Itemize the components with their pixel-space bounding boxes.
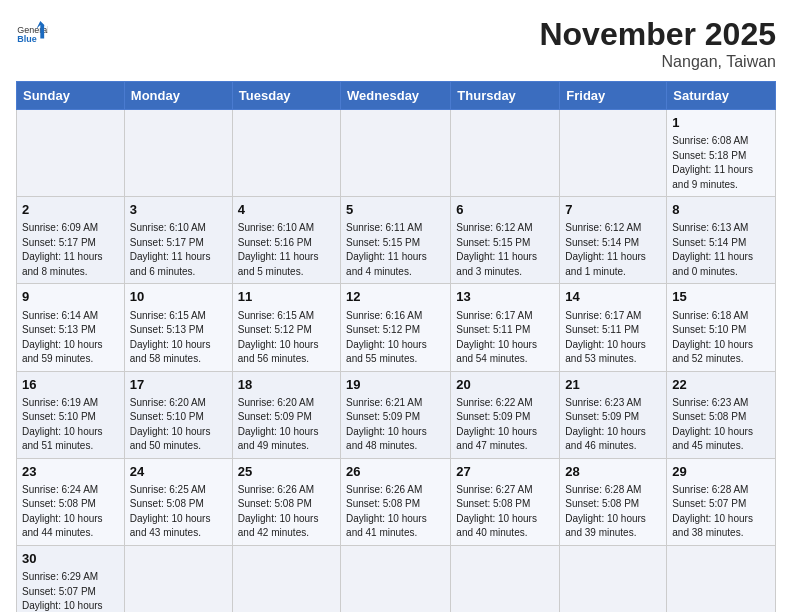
calendar-cell: 12Sunrise: 6:16 AM Sunset: 5:12 PM Dayli…: [341, 284, 451, 371]
day-number: 26: [346, 463, 445, 481]
calendar-cell: 28Sunrise: 6:28 AM Sunset: 5:08 PM Dayli…: [560, 458, 667, 545]
day-number: 17: [130, 376, 227, 394]
day-number: 19: [346, 376, 445, 394]
calendar-cell: [667, 545, 776, 612]
weekday-header-wednesday: Wednesday: [341, 82, 451, 110]
calendar-cell: 9Sunrise: 6:14 AM Sunset: 5:13 PM Daylig…: [17, 284, 125, 371]
calendar-cell: 23Sunrise: 6:24 AM Sunset: 5:08 PM Dayli…: [17, 458, 125, 545]
calendar-week-4: 16Sunrise: 6:19 AM Sunset: 5:10 PM Dayli…: [17, 371, 776, 458]
day-info: Sunrise: 6:15 AM Sunset: 5:12 PM Dayligh…: [238, 309, 335, 367]
calendar-cell: 5Sunrise: 6:11 AM Sunset: 5:15 PM Daylig…: [341, 197, 451, 284]
calendar-cell: 22Sunrise: 6:23 AM Sunset: 5:08 PM Dayli…: [667, 371, 776, 458]
day-number: 10: [130, 288, 227, 306]
calendar-week-6: 30Sunrise: 6:29 AM Sunset: 5:07 PM Dayli…: [17, 545, 776, 612]
calendar-cell: [232, 110, 340, 197]
day-number: 18: [238, 376, 335, 394]
calendar-cell: [451, 545, 560, 612]
calendar-subtitle: Nangan, Taiwan: [539, 53, 776, 71]
day-info: Sunrise: 6:11 AM Sunset: 5:15 PM Dayligh…: [346, 221, 445, 279]
logo: General Blue: [16, 16, 48, 48]
day-info: Sunrise: 6:15 AM Sunset: 5:13 PM Dayligh…: [130, 309, 227, 367]
weekday-header-row: SundayMondayTuesdayWednesdayThursdayFrid…: [17, 82, 776, 110]
calendar-cell: 6Sunrise: 6:12 AM Sunset: 5:15 PM Daylig…: [451, 197, 560, 284]
calendar-cell: 24Sunrise: 6:25 AM Sunset: 5:08 PM Dayli…: [124, 458, 232, 545]
day-number: 6: [456, 201, 554, 219]
calendar-cell: 13Sunrise: 6:17 AM Sunset: 5:11 PM Dayli…: [451, 284, 560, 371]
day-info: Sunrise: 6:23 AM Sunset: 5:09 PM Dayligh…: [565, 396, 661, 454]
day-info: Sunrise: 6:16 AM Sunset: 5:12 PM Dayligh…: [346, 309, 445, 367]
day-info: Sunrise: 6:12 AM Sunset: 5:15 PM Dayligh…: [456, 221, 554, 279]
calendar-table: SundayMondayTuesdayWednesdayThursdayFrid…: [16, 81, 776, 612]
calendar-cell: 19Sunrise: 6:21 AM Sunset: 5:09 PM Dayli…: [341, 371, 451, 458]
day-info: Sunrise: 6:28 AM Sunset: 5:07 PM Dayligh…: [672, 483, 770, 541]
calendar-week-3: 9Sunrise: 6:14 AM Sunset: 5:13 PM Daylig…: [17, 284, 776, 371]
day-info: Sunrise: 6:27 AM Sunset: 5:08 PM Dayligh…: [456, 483, 554, 541]
calendar-cell: 4Sunrise: 6:10 AM Sunset: 5:16 PM Daylig…: [232, 197, 340, 284]
day-number: 14: [565, 288, 661, 306]
weekday-header-friday: Friday: [560, 82, 667, 110]
day-info: Sunrise: 6:08 AM Sunset: 5:18 PM Dayligh…: [672, 134, 770, 192]
day-number: 12: [346, 288, 445, 306]
calendar-cell: 16Sunrise: 6:19 AM Sunset: 5:10 PM Dayli…: [17, 371, 125, 458]
day-number: 5: [346, 201, 445, 219]
calendar-title: November 2025: [539, 16, 776, 53]
calendar-cell: 21Sunrise: 6:23 AM Sunset: 5:09 PM Dayli…: [560, 371, 667, 458]
day-number: 2: [22, 201, 119, 219]
weekday-header-saturday: Saturday: [667, 82, 776, 110]
day-number: 11: [238, 288, 335, 306]
day-info: Sunrise: 6:18 AM Sunset: 5:10 PM Dayligh…: [672, 309, 770, 367]
day-number: 25: [238, 463, 335, 481]
day-info: Sunrise: 6:21 AM Sunset: 5:09 PM Dayligh…: [346, 396, 445, 454]
day-number: 8: [672, 201, 770, 219]
calendar-cell: 30Sunrise: 6:29 AM Sunset: 5:07 PM Dayli…: [17, 545, 125, 612]
calendar-cell: [341, 110, 451, 197]
calendar-cell: [560, 545, 667, 612]
day-number: 24: [130, 463, 227, 481]
calendar-cell: 14Sunrise: 6:17 AM Sunset: 5:11 PM Dayli…: [560, 284, 667, 371]
day-info: Sunrise: 6:24 AM Sunset: 5:08 PM Dayligh…: [22, 483, 119, 541]
day-info: Sunrise: 6:10 AM Sunset: 5:17 PM Dayligh…: [130, 221, 227, 279]
calendar-cell: [124, 545, 232, 612]
day-info: Sunrise: 6:23 AM Sunset: 5:08 PM Dayligh…: [672, 396, 770, 454]
day-number: 16: [22, 376, 119, 394]
day-number: 30: [22, 550, 119, 568]
day-info: Sunrise: 6:12 AM Sunset: 5:14 PM Dayligh…: [565, 221, 661, 279]
day-info: Sunrise: 6:13 AM Sunset: 5:14 PM Dayligh…: [672, 221, 770, 279]
day-number: 21: [565, 376, 661, 394]
day-info: Sunrise: 6:29 AM Sunset: 5:07 PM Dayligh…: [22, 570, 119, 612]
day-info: Sunrise: 6:28 AM Sunset: 5:08 PM Dayligh…: [565, 483, 661, 541]
page-header: General Blue November 2025 Nangan, Taiwa…: [16, 16, 776, 71]
calendar-cell: [17, 110, 125, 197]
day-number: 20: [456, 376, 554, 394]
calendar-week-5: 23Sunrise: 6:24 AM Sunset: 5:08 PM Dayli…: [17, 458, 776, 545]
calendar-cell: [124, 110, 232, 197]
calendar-cell: [232, 545, 340, 612]
weekday-header-tuesday: Tuesday: [232, 82, 340, 110]
weekday-header-sunday: Sunday: [17, 82, 125, 110]
day-info: Sunrise: 6:17 AM Sunset: 5:11 PM Dayligh…: [456, 309, 554, 367]
day-info: Sunrise: 6:26 AM Sunset: 5:08 PM Dayligh…: [346, 483, 445, 541]
calendar-cell: [451, 110, 560, 197]
calendar-cell: 8Sunrise: 6:13 AM Sunset: 5:14 PM Daylig…: [667, 197, 776, 284]
calendar-cell: 18Sunrise: 6:20 AM Sunset: 5:09 PM Dayli…: [232, 371, 340, 458]
calendar-week-1: 1Sunrise: 6:08 AM Sunset: 5:18 PM Daylig…: [17, 110, 776, 197]
day-number: 7: [565, 201, 661, 219]
day-number: 22: [672, 376, 770, 394]
calendar-week-2: 2Sunrise: 6:09 AM Sunset: 5:17 PM Daylig…: [17, 197, 776, 284]
calendar-cell: 7Sunrise: 6:12 AM Sunset: 5:14 PM Daylig…: [560, 197, 667, 284]
day-info: Sunrise: 6:25 AM Sunset: 5:08 PM Dayligh…: [130, 483, 227, 541]
day-number: 23: [22, 463, 119, 481]
calendar-cell: 17Sunrise: 6:20 AM Sunset: 5:10 PM Dayli…: [124, 371, 232, 458]
calendar-cell: 29Sunrise: 6:28 AM Sunset: 5:07 PM Dayli…: [667, 458, 776, 545]
calendar-cell: 10Sunrise: 6:15 AM Sunset: 5:13 PM Dayli…: [124, 284, 232, 371]
logo-icon: General Blue: [16, 16, 48, 48]
day-number: 9: [22, 288, 119, 306]
calendar-cell: 15Sunrise: 6:18 AM Sunset: 5:10 PM Dayli…: [667, 284, 776, 371]
calendar-cell: 20Sunrise: 6:22 AM Sunset: 5:09 PM Dayli…: [451, 371, 560, 458]
day-info: Sunrise: 6:20 AM Sunset: 5:09 PM Dayligh…: [238, 396, 335, 454]
day-number: 27: [456, 463, 554, 481]
calendar-cell: 27Sunrise: 6:27 AM Sunset: 5:08 PM Dayli…: [451, 458, 560, 545]
calendar-cell: 1Sunrise: 6:08 AM Sunset: 5:18 PM Daylig…: [667, 110, 776, 197]
day-info: Sunrise: 6:17 AM Sunset: 5:11 PM Dayligh…: [565, 309, 661, 367]
calendar-cell: 26Sunrise: 6:26 AM Sunset: 5:08 PM Dayli…: [341, 458, 451, 545]
